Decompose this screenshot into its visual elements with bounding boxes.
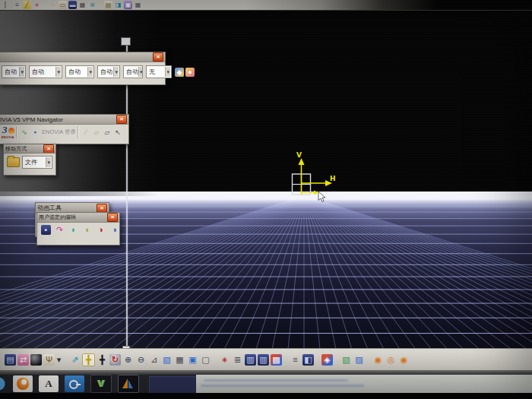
pan-icon[interactable]: ╋ (97, 354, 108, 366)
table-icon[interactable]: ▦ (134, 1, 142, 9)
flower-snap-icon[interactable]: ∗ (33, 1, 41, 9)
shaded-view-icon[interactable]: ▣ (187, 354, 198, 366)
zoom-in-icon[interactable]: ⊕ (122, 354, 134, 366)
sep[interactable] (98, 1, 103, 9)
taskbar-text-app-icon[interactable]: A (39, 375, 59, 392)
graphic-properties-combos: 自动 ▾ 自动 ▾ 自动 ▾ 自动 ▾ 自动 ▾ (2, 65, 172, 78)
undo-arrow-icon[interactable]: ↷ (55, 225, 65, 235)
chevron-down-icon[interactable]: ▾ (138, 67, 143, 77)
taskbar-window-button[interactable] (149, 376, 198, 394)
sep[interactable] (315, 354, 320, 366)
cube-green-icon[interactable]: ▧ (340, 354, 352, 366)
red-part-icon[interactable]: ◑ (96, 225, 106, 235)
window-list-icon[interactable]: ▥ (245, 354, 256, 366)
taskbar-browser-icon[interactable] (13, 375, 33, 392)
close-icon[interactable]: × (116, 115, 127, 124)
grid-window-icon[interactable]: ▦ (78, 1, 87, 9)
taskbar-antivirus-icon[interactable]: V (90, 375, 112, 393)
list-icon[interactable]: ≣ (232, 354, 243, 366)
layers-icon[interactable]: ≋ (88, 1, 97, 9)
pointer-icon[interactable]: ↖ (113, 128, 122, 137)
sep[interactable] (43, 1, 47, 9)
grid-stripe-icon[interactable]: ≡ (290, 354, 301, 366)
dark-window-icon[interactable]: ▬ (68, 1, 77, 9)
edge-partial-icon[interactable]: ▏ (3, 1, 11, 9)
enovia-site-icon[interactable]: ▪ (30, 128, 40, 137)
taskbar-active-app-icon[interactable] (118, 375, 139, 393)
pointtype-combo[interactable]: 自动 ▾ (123, 65, 143, 78)
color-combo[interactable]: 自动 ▾ (2, 65, 26, 78)
normal-view-icon[interactable]: ⊿ (148, 354, 160, 366)
monitor-bezel (0, 393, 532, 399)
orange-sphere-icon-1[interactable]: ◉ (372, 354, 384, 366)
select-star-icon[interactable]: ∗ (219, 354, 230, 366)
copy-pages-icon[interactable]: ▱ (103, 128, 112, 137)
color-swatch-icon[interactable]: ▩ (271, 354, 282, 366)
disabled-box-icon[interactable]: ▱ (92, 128, 101, 137)
close-icon[interactable]: × (153, 52, 163, 62)
sep[interactable] (213, 354, 217, 366)
split-view-icon[interactable]: ◨ (114, 1, 122, 9)
close-icon[interactable]: × (43, 144, 54, 154)
separator (16, 126, 17, 138)
teal-surface-icon[interactable]: ◗ (68, 225, 78, 235)
olive-surface-icon[interactable]: ◖ (82, 225, 92, 235)
chevron-down-icon[interactable]: ▾ (19, 67, 24, 77)
box-icon[interactable]: ▭ (59, 1, 67, 9)
panel-flag-icon[interactable]: ◧ (302, 354, 314, 366)
windows-colorful-icon[interactable]: ◈ (321, 354, 333, 366)
window-table-icon[interactable]: ▤ (5, 354, 16, 366)
document-icon[interactable]: ▤ (104, 1, 112, 9)
cube-blue-icon[interactable]: ▨ (353, 354, 365, 366)
chevron-down-icon[interactable]: ▾ (87, 67, 93, 77)
zoom-out-icon[interactable]: ⊖ (135, 354, 147, 366)
fly-mode-icon[interactable]: ⇗ (69, 354, 81, 366)
graphic-properties-titlebar[interactable]: × (0, 52, 165, 62)
close-icon[interactable]: × (107, 213, 118, 222)
sep[interactable] (283, 354, 288, 366)
taskbar-edge-app-icon[interactable] (0, 375, 7, 392)
close-icon[interactable]: × (97, 204, 107, 213)
align-lines-icon[interactable]: ≡ (13, 1, 21, 9)
multi-view-icon[interactable]: ▦ (174, 354, 185, 366)
layer-combo[interactable]: 无 ▾ (146, 65, 172, 78)
window-list-icon-2[interactable]: ▥ (258, 354, 269, 366)
rotate-icon[interactable]: ↻ (109, 354, 121, 366)
material-sphere-icon[interactable]: ● (30, 354, 42, 366)
window-frame-edge (126, 43, 128, 352)
sep[interactable] (63, 354, 68, 366)
file-combo[interactable]: 文件 ▾ (22, 156, 52, 169)
chevron-down-icon[interactable]: ▾ (55, 67, 61, 77)
disabled-edit-icon[interactable]: ∕ (81, 128, 90, 137)
painter-icon[interactable]: ◆ (175, 68, 184, 77)
spheres-cluster-icon[interactable]: ∴ (49, 1, 57, 9)
point-icon[interactable]: ▪ (41, 225, 51, 235)
wizard-icon[interactable]: ● (185, 68, 195, 77)
vpm-titlebar[interactable]: ENOVIA V5 VPM Navigator × (0, 115, 128, 125)
opacity-combo[interactable]: 自动 ▾ (29, 65, 62, 78)
wireframe-view-icon[interactable]: ▢ (200, 354, 211, 366)
transform-arrows-icon[interactable]: ⇄ (17, 354, 29, 366)
palette-titlebar[interactable]: 移动方式 × (4, 144, 55, 154)
fit-all-icon[interactable]: ╋ (82, 353, 95, 366)
violet-window-icon[interactable]: ▣ (124, 1, 132, 9)
chevron-down-icon[interactable]: ▾ (113, 67, 119, 77)
chevron-down-icon[interactable]: ▾ (46, 157, 51, 167)
manikin-more-arrow[interactable]: ▾ (56, 354, 62, 366)
iso-view-icon[interactable]: ▧ (161, 354, 173, 366)
taskbar-key-app-icon[interactable] (65, 375, 84, 392)
sep[interactable] (366, 354, 371, 366)
enovia-swoosh-icon[interactable]: ∿ (20, 128, 29, 137)
taskbar-tray-area (196, 375, 532, 393)
linetype-combo[interactable]: 自动 ▾ (65, 65, 94, 78)
selection-titlebar[interactable]: 用户选定的编辑 × (37, 213, 119, 223)
lineweight-combo[interactable]: 自动 ▾ (97, 65, 120, 78)
manikin-icon[interactable]: Ψ (43, 354, 55, 366)
orange-sphere-icon-2[interactable]: ◎ (385, 354, 397, 366)
ruler-icon[interactable]: ╱ (23, 1, 31, 9)
orange-sphere-icon-3[interactable]: ◉ (398, 354, 410, 366)
blue-part-icon[interactable]: ◑ (109, 225, 119, 235)
folder-icon[interactable] (7, 157, 20, 167)
chevron-down-icon[interactable]: ▾ (165, 67, 170, 77)
sep[interactable] (334, 354, 339, 366)
